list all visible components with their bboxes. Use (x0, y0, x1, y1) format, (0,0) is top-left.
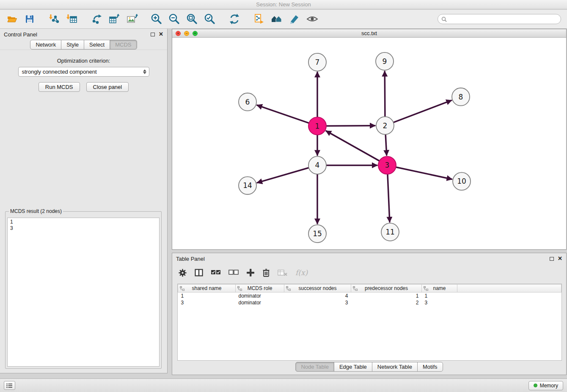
float-table-panel-icon[interactable] (550, 257, 554, 261)
export-table-icon (108, 14, 120, 25)
search-field[interactable] (438, 14, 561, 24)
column-header-label: MCDS role (248, 285, 272, 291)
network-node-15[interactable]: 15 (308, 225, 326, 243)
close-table-panel-icon[interactable]: ✕ (558, 257, 562, 261)
select-all-button[interactable] (211, 268, 221, 278)
network-edge-1-2[interactable] (327, 126, 375, 126)
table-cell[interactable]: 1 (422, 293, 457, 299)
network-node-10[interactable]: 10 (453, 172, 471, 190)
zoom-out-button[interactable] (167, 11, 182, 27)
import-table-button[interactable] (64, 11, 80, 27)
column-header-shared-name[interactable]: shared name (178, 284, 236, 293)
delete-column-button[interactable] (262, 268, 270, 278)
zoom-selected-button[interactable] (202, 11, 217, 27)
optimization-criterion-select[interactable]: strongly connected component (18, 67, 149, 77)
network-node-14[interactable]: 14 (239, 177, 256, 194)
table-cell[interactable]: 1 (178, 293, 236, 299)
tab-select[interactable]: Select (84, 40, 110, 50)
export-network-button[interactable] (89, 11, 104, 27)
paint-style-button[interactable] (287, 11, 302, 27)
close-panel-button[interactable]: Close panel (86, 82, 129, 92)
network-edge-3-1[interactable] (326, 131, 379, 160)
network-node-6[interactable]: 6 (239, 93, 256, 111)
network-edge-3-11[interactable] (388, 174, 390, 222)
unselect-all-button[interactable] (228, 268, 239, 278)
network-edge-2-8[interactable] (394, 100, 451, 122)
network-edge-2-9[interactable] (385, 72, 385, 116)
memory-button[interactable]: Memory (528, 381, 563, 390)
column-sort-icon (180, 286, 184, 292)
tab-style[interactable]: Style (61, 40, 84, 50)
eye-icon (306, 14, 318, 25)
network-node-7[interactable]: 7 (308, 53, 326, 71)
node-table-container: shared nameMCDS rolesuccessor nodesprede… (177, 284, 562, 361)
network-edge-4-14[interactable] (257, 168, 308, 182)
table-row[interactable]: 1dominator411 (178, 293, 561, 299)
save-session-button[interactable] (22, 11, 37, 27)
tab-motifs[interactable]: Motifs (417, 362, 443, 372)
import-network-url-button[interactable] (251, 11, 267, 27)
run-mcds-button[interactable]: Run MCDS (39, 82, 80, 92)
network-node-4[interactable]: 4 (308, 156, 326, 174)
table-cell[interactable]: 2 (351, 299, 422, 306)
table-cell[interactable]: 3 (178, 299, 236, 306)
show-columns-button[interactable] (195, 268, 203, 278)
search-input[interactable] (449, 16, 557, 22)
function-builder-button[interactable]: f(x) (295, 268, 308, 278)
first-neighbors-button[interactable] (269, 11, 284, 27)
float-panel-icon[interactable] (151, 33, 155, 36)
status-menu-button[interactable] (4, 381, 15, 390)
export-image-button[interactable] (124, 11, 140, 27)
tab-network-table[interactable]: Network Table (372, 362, 418, 372)
memory-status-icon (534, 384, 537, 387)
unchecked-boxes-icon (228, 270, 239, 276)
network-node-8[interactable]: 8 (452, 88, 470, 106)
network-edge-3-10[interactable] (396, 167, 452, 179)
table-cell[interactable]: dominator (236, 299, 284, 306)
column-sort-icon (237, 286, 242, 292)
import-network-button[interactable] (47, 11, 62, 27)
close-panel-icon[interactable]: ✕ (159, 32, 163, 36)
tab-mcds[interactable]: MCDS (110, 40, 137, 50)
network-node-9[interactable]: 9 (376, 52, 394, 70)
maximize-window-button[interactable]: + (193, 31, 198, 36)
table-settings-button[interactable] (178, 268, 187, 278)
network-node-1[interactable]: 1 (308, 117, 326, 135)
network-node-2[interactable]: 2 (376, 117, 394, 135)
column-header-MCDS-role[interactable]: MCDS role (236, 284, 284, 293)
network-edge-1-6[interactable] (257, 105, 309, 123)
export-table-button[interactable] (107, 11, 122, 27)
column-header-predecessor-nodes[interactable]: predecessor nodes (351, 284, 422, 293)
tab-edge-table[interactable]: Edge Table (334, 362, 372, 372)
network-node-11[interactable]: 11 (381, 223, 399, 241)
close-window-button[interactable]: × (176, 31, 181, 36)
column-header-successor-nodes[interactable]: successor nodes (284, 284, 351, 293)
table-cell[interactable]: dominator (236, 293, 284, 299)
search-icon (441, 17, 447, 22)
delete-table-button[interactable] (278, 268, 288, 278)
table-row[interactable]: 3dominator323 (178, 299, 561, 306)
table-cell[interactable]: 3 (284, 299, 351, 306)
show-graphics-details-button[interactable] (305, 11, 320, 27)
network-canvas[interactable]: 7968124314101511 (172, 38, 566, 249)
tab-network[interactable]: Network (30, 40, 61, 50)
apply-layout-button[interactable] (227, 11, 242, 27)
table-cell-filler (457, 293, 561, 299)
create-column-button[interactable] (246, 268, 255, 278)
network-view-window: × − + scc.txt 7968124314101511 (172, 29, 567, 250)
open-session-button[interactable] (4, 11, 19, 27)
zoom-fit-button[interactable] (184, 11, 200, 27)
network-node-3[interactable]: 3 (378, 156, 396, 174)
table-cell[interactable]: 1 (351, 293, 422, 299)
svg-text:14: 14 (243, 181, 252, 190)
table-cell[interactable]: 4 (284, 293, 351, 299)
table-cell[interactable]: 3 (422, 299, 457, 306)
svg-text:15: 15 (313, 229, 322, 238)
column-header-name[interactable]: name (422, 284, 457, 293)
minimize-window-button[interactable]: − (184, 31, 189, 36)
zoom-out-icon (168, 13, 180, 25)
zoom-in-button[interactable] (149, 11, 164, 27)
network-edge-2-3[interactable] (385, 135, 387, 155)
tab-node-table[interactable]: Node Table (295, 362, 334, 372)
optimization-criterion-label: Optimization criterion: (0, 58, 167, 64)
